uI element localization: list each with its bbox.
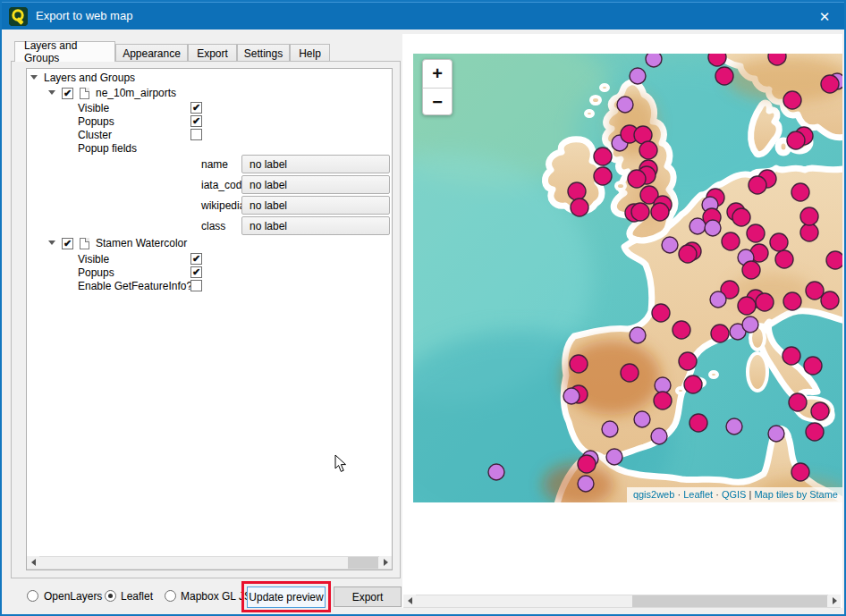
airport-marker[interactable] xyxy=(684,376,702,393)
expand-arrow-airports[interactable] xyxy=(48,90,55,95)
field-combo-wikipedia[interactable]: no label xyxy=(241,196,390,215)
airport-marker[interactable] xyxy=(708,54,726,66)
airport-marker[interactable] xyxy=(606,449,622,465)
airport-marker[interactable] xyxy=(628,170,646,188)
airport-marker[interactable] xyxy=(742,261,760,279)
airport-marker[interactable] xyxy=(594,167,612,185)
airport-marker[interactable] xyxy=(563,388,580,404)
radio-label-openlayers[interactable]: OpenLayers xyxy=(44,590,102,603)
airport-marker[interactable] xyxy=(711,325,729,342)
airport-marker[interactable] xyxy=(768,426,784,442)
airport-marker[interactable] xyxy=(631,203,649,221)
airport-marker[interactable] xyxy=(630,68,646,84)
airport-marker[interactable] xyxy=(722,232,740,250)
layer-label-stamen[interactable]: Stamen Watercolor xyxy=(96,237,187,249)
attribution-link[interactable]: QGIS xyxy=(722,489,747,500)
airport-marker[interactable] xyxy=(747,224,765,242)
airport-marker[interactable] xyxy=(689,414,707,432)
airport-marker[interactable] xyxy=(791,463,809,481)
attribution-link[interactable]: Leaflet xyxy=(683,489,713,500)
airport-marker[interactable] xyxy=(783,347,800,365)
option-checkbox-popups-2[interactable] xyxy=(190,266,202,278)
airport-marker[interactable] xyxy=(655,377,671,393)
airport-marker[interactable] xyxy=(715,67,733,85)
airport-marker[interactable] xyxy=(652,304,670,322)
preview-scroll-right-arrow[interactable] xyxy=(828,595,841,607)
radio-mapbox[interactable] xyxy=(165,590,176,602)
airport-marker[interactable] xyxy=(654,392,672,409)
option-checkbox-popups-1[interactable] xyxy=(190,115,202,127)
close-button[interactable]: ✕ xyxy=(805,3,844,30)
airport-marker[interactable] xyxy=(578,476,594,492)
layer-label-airports[interactable]: ne_10m_airports xyxy=(96,87,176,99)
airport-marker[interactable] xyxy=(639,141,657,159)
layer-checkbox-stamen[interactable] xyxy=(62,238,73,249)
airport-marker[interactable] xyxy=(630,327,646,343)
export-button[interactable]: Export xyxy=(334,586,402,607)
airport-marker[interactable] xyxy=(787,131,805,149)
tab-export[interactable]: Export xyxy=(188,44,237,62)
expand-arrow-root[interactable] xyxy=(30,75,38,80)
attribution-link[interactable]: qgis2web xyxy=(633,489,674,500)
airport-marker[interactable] xyxy=(756,293,774,311)
airport-marker[interactable] xyxy=(806,423,824,441)
airport-marker[interactable] xyxy=(621,364,639,382)
airport-marker[interactable] xyxy=(646,54,662,67)
airport-marker[interactable] xyxy=(488,464,504,480)
zoom-out-button[interactable]: − xyxy=(423,89,452,116)
airport-marker[interactable] xyxy=(742,316,758,333)
airport-marker[interactable] xyxy=(783,91,801,109)
preview-scroll-thumb[interactable] xyxy=(632,595,827,607)
airport-marker[interactable] xyxy=(791,183,809,201)
radio-label-leaflet[interactable]: Leaflet xyxy=(121,590,153,603)
airport-marker[interactable] xyxy=(811,402,829,420)
airport-marker[interactable] xyxy=(783,292,801,310)
layer-checkbox-airports[interactable] xyxy=(62,88,73,99)
airport-marker[interactable] xyxy=(617,97,633,113)
expand-arrow-stamen[interactable] xyxy=(48,240,55,245)
airport-marker[interactable] xyxy=(571,198,588,216)
field-combo-class[interactable]: no label xyxy=(241,216,390,235)
tab-appearance[interactable]: Appearance xyxy=(115,44,188,62)
airport-marker[interactable] xyxy=(578,455,596,473)
tab-help[interactable]: Help xyxy=(290,44,330,62)
airport-marker[interactable] xyxy=(710,291,726,308)
option-checkbox-visible-2[interactable] xyxy=(190,253,202,265)
airport-marker[interactable] xyxy=(705,220,721,236)
airport-marker[interactable] xyxy=(732,208,750,226)
preview-scroll-left-arrow[interactable] xyxy=(403,595,416,607)
field-combo-name[interactable]: no label xyxy=(241,155,390,173)
airport-marker[interactable] xyxy=(673,321,690,339)
tab-layers-and-groups[interactable]: Layers and Groups xyxy=(14,41,115,62)
radio-leaflet[interactable] xyxy=(105,590,116,602)
option-checkbox-getfeatureinfo[interactable] xyxy=(190,280,202,291)
tab-settings[interactable]: Settings xyxy=(237,44,290,62)
option-checkbox-cluster[interactable] xyxy=(190,129,202,140)
airport-marker[interactable] xyxy=(770,233,788,251)
airport-marker[interactable] xyxy=(806,282,824,300)
zoom-in-button[interactable]: + xyxy=(423,60,452,88)
airport-marker[interactable] xyxy=(651,203,669,221)
airport-marker[interactable] xyxy=(570,355,588,373)
tree-scroll-right-arrow[interactable] xyxy=(379,556,392,569)
attribution-tiles-link[interactable]: Map tiles by Stame xyxy=(754,489,838,500)
airport-marker[interactable] xyxy=(821,75,839,93)
airport-marker[interactable] xyxy=(775,250,793,268)
airport-marker[interactable] xyxy=(594,148,612,165)
airport-marker[interactable] xyxy=(634,411,650,427)
airport-marker[interactable] xyxy=(662,237,678,253)
airport-marker[interactable] xyxy=(789,393,807,411)
airport-marker[interactable] xyxy=(738,297,756,315)
airport-marker[interactable] xyxy=(602,421,618,437)
tree-scroll-thumb[interactable] xyxy=(348,557,378,569)
airport-marker[interactable] xyxy=(800,224,818,241)
airport-marker[interactable] xyxy=(749,176,766,194)
airport-marker[interactable] xyxy=(679,245,697,263)
airport-marker[interactable] xyxy=(568,182,586,200)
airport-marker[interactable] xyxy=(679,352,697,370)
radio-openlayers[interactable] xyxy=(27,590,38,602)
airport-marker[interactable] xyxy=(726,418,742,435)
tree-hscrollbar[interactable] xyxy=(27,556,392,570)
airport-marker[interactable] xyxy=(821,291,839,309)
airport-marker[interactable] xyxy=(800,207,818,225)
